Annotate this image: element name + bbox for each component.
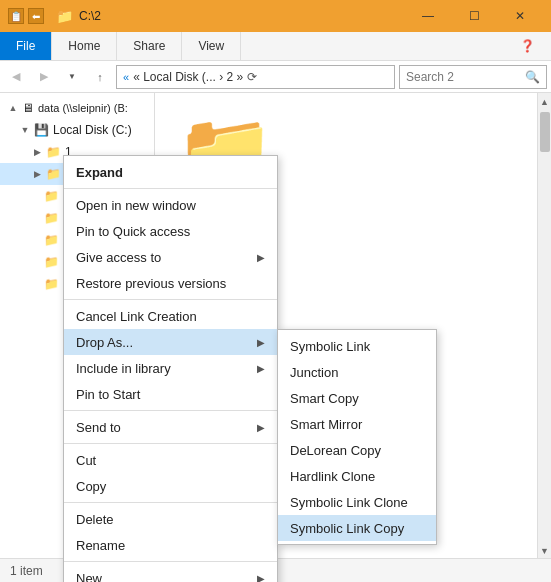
ctx-send-to-label: Send to bbox=[76, 420, 257, 435]
ctx-open-new-window-label: Open in new window bbox=[76, 198, 265, 213]
ctx-open-new-window[interactable]: Open in new window bbox=[64, 192, 277, 218]
quick-access-icon[interactable]: 📋 bbox=[8, 8, 24, 24]
subfolder-icon-5: 📁 bbox=[44, 277, 59, 291]
tab-home[interactable]: Home bbox=[52, 32, 117, 60]
scroll-thumb[interactable] bbox=[540, 112, 550, 152]
ctx-drop-as[interactable]: Drop As... ▶ bbox=[64, 329, 277, 355]
ctx-new-arrow: ▶ bbox=[257, 573, 265, 583]
subfolder-icon-2: 📁 bbox=[44, 211, 59, 225]
ctx-delete-label: Delete bbox=[76, 512, 265, 527]
ribbon: File Home Share View ❓ bbox=[0, 32, 551, 61]
ctx-give-access-arrow: ▶ bbox=[257, 252, 265, 263]
back-button[interactable]: ◀ bbox=[4, 65, 28, 89]
submenu-delorean-copy-label: DeLorean Copy bbox=[290, 443, 381, 458]
close-button[interactable]: ✕ bbox=[497, 0, 543, 32]
folder-icon: 📁 bbox=[56, 8, 73, 24]
address-box[interactable]: « « Local Disk (... › 2 » ⟳ bbox=[116, 65, 395, 89]
ctx-drop-as-label: Drop As... bbox=[76, 335, 257, 350]
title-bar-icons: 📋 ⬅ bbox=[8, 8, 44, 24]
submenu-delorean-copy[interactable]: DeLorean Copy bbox=[278, 437, 436, 463]
search-text: Search 2 bbox=[406, 70, 525, 84]
ctx-copy-label: Copy bbox=[76, 479, 265, 494]
ctx-sep-1 bbox=[64, 188, 277, 189]
expand-arrow-2: ▶ bbox=[32, 169, 42, 179]
folder-icon-2: 📁 bbox=[46, 167, 61, 181]
scroll-up[interactable]: ▲ bbox=[538, 93, 552, 110]
ctx-pin-quick-label: Pin to Quick access bbox=[76, 224, 265, 239]
ctx-sep-2 bbox=[64, 299, 277, 300]
submenu-smart-mirror[interactable]: Smart Mirror bbox=[278, 411, 436, 437]
window-controls: — ☐ ✕ bbox=[405, 0, 543, 32]
up-button[interactable]: ↑ bbox=[88, 65, 112, 89]
ctx-new[interactable]: New ▶ bbox=[64, 565, 277, 582]
ctx-include-library-arrow: ▶ bbox=[257, 363, 265, 374]
ctx-sep-6 bbox=[64, 561, 277, 562]
ctx-cut-label: Cut bbox=[76, 453, 265, 468]
ctx-delete[interactable]: Delete bbox=[64, 506, 277, 532]
ctx-expand[interactable]: Expand bbox=[64, 159, 277, 185]
search-box[interactable]: Search 2 🔍 bbox=[399, 65, 547, 89]
drive-icon: 🖥 bbox=[22, 101, 34, 115]
ctx-drop-as-arrow: ▶ bbox=[257, 337, 265, 348]
address-bar-row: ◀ ▶ ▼ ↑ « « Local Disk (... › 2 » ⟳ Sear… bbox=[0, 61, 551, 93]
ctx-pin-quick[interactable]: Pin to Quick access bbox=[64, 218, 277, 244]
scrollbar[interactable]: ▲ ▼ bbox=[537, 93, 551, 559]
ctx-restore-versions[interactable]: Restore previous versions bbox=[64, 270, 277, 296]
scroll-down[interactable]: ▼ bbox=[538, 542, 552, 559]
maximize-button[interactable]: ☐ bbox=[451, 0, 497, 32]
submenu-smart-copy[interactable]: Smart Copy bbox=[278, 385, 436, 411]
window-title: C:\2 bbox=[79, 9, 399, 23]
submenu-symbolic-link-label: Symbolic Link bbox=[290, 339, 370, 354]
ctx-give-access[interactable]: Give access to ▶ bbox=[64, 244, 277, 270]
ctx-sep-5 bbox=[64, 502, 277, 503]
sidebar-label-local-disk: Local Disk (C:) bbox=[53, 123, 132, 137]
ctx-include-library-label: Include in library bbox=[76, 361, 257, 376]
ctx-restore-label: Restore previous versions bbox=[76, 276, 265, 291]
expand-arrow: ▲ bbox=[8, 103, 18, 113]
submenu-symbolic-link-clone-label: Symbolic Link Clone bbox=[290, 495, 408, 510]
context-menu: Expand Open in new window Pin to Quick a… bbox=[63, 155, 278, 582]
expand-arrow-1: ▶ bbox=[32, 147, 42, 157]
submenu-junction-label: Junction bbox=[290, 365, 338, 380]
folder-icon-1: 📁 bbox=[46, 145, 61, 159]
address-text: « Local Disk (... › 2 » bbox=[133, 70, 243, 84]
drop-as-submenu: Symbolic Link Junction Smart Copy Smart … bbox=[277, 329, 437, 545]
subfolder-icon-3: 📁 bbox=[44, 233, 59, 247]
submenu-symbolic-link-copy[interactable]: Symbolic Link Copy bbox=[278, 515, 436, 541]
help-button[interactable]: ❓ bbox=[504, 32, 551, 60]
ctx-rename[interactable]: Rename bbox=[64, 532, 277, 558]
tab-view[interactable]: View bbox=[182, 32, 241, 60]
minimize-button[interactable]: — bbox=[405, 0, 451, 32]
ctx-copy[interactable]: Copy bbox=[64, 473, 277, 499]
ctx-new-label: New bbox=[76, 571, 257, 583]
ctx-send-to[interactable]: Send to ▶ bbox=[64, 414, 277, 440]
ctx-give-access-label: Give access to bbox=[76, 250, 257, 265]
submenu-symbolic-link[interactable]: Symbolic Link bbox=[278, 333, 436, 359]
sidebar-item-data-drive[interactable]: ▲ 🖥 data (\\sleipnir) (B: bbox=[0, 97, 154, 119]
ctx-cut[interactable]: Cut bbox=[64, 447, 277, 473]
ctx-cancel-link[interactable]: Cancel Link Creation bbox=[64, 303, 277, 329]
forward-button[interactable]: ▶ bbox=[32, 65, 56, 89]
sidebar-item-local-disk[interactable]: ▼ 💾 Local Disk (C:) bbox=[0, 119, 154, 141]
search-icon: 🔍 bbox=[525, 70, 540, 84]
ctx-pin-start[interactable]: Pin to Start bbox=[64, 381, 277, 407]
tab-file[interactable]: File bbox=[0, 32, 52, 60]
title-bar: 📋 ⬅ 📁 C:\2 — ☐ ✕ bbox=[0, 0, 551, 32]
submenu-junction[interactable]: Junction bbox=[278, 359, 436, 385]
dropdown-button[interactable]: ▼ bbox=[60, 65, 84, 89]
ribbon-tabs: File Home Share View ❓ bbox=[0, 32, 551, 60]
subfolder-icon: 📁 bbox=[44, 189, 59, 203]
back-icon[interactable]: ⬅ bbox=[28, 8, 44, 24]
ctx-send-to-arrow: ▶ bbox=[257, 422, 265, 433]
refresh-icon[interactable]: ⟳ bbox=[247, 70, 257, 84]
submenu-symbolic-link-clone[interactable]: Symbolic Link Clone bbox=[278, 489, 436, 515]
ctx-sep-3 bbox=[64, 410, 277, 411]
ctx-drop-as-container: Drop As... ▶ Symbolic Link Junction Smar… bbox=[64, 329, 277, 355]
ctx-sep-4 bbox=[64, 443, 277, 444]
submenu-hardlink-clone[interactable]: Hardlink Clone bbox=[278, 463, 436, 489]
submenu-smart-copy-label: Smart Copy bbox=[290, 391, 359, 406]
tab-share[interactable]: Share bbox=[117, 32, 182, 60]
ctx-rename-label: Rename bbox=[76, 538, 265, 553]
status-text: 1 item bbox=[10, 564, 43, 578]
ctx-include-library[interactable]: Include in library ▶ bbox=[64, 355, 277, 381]
